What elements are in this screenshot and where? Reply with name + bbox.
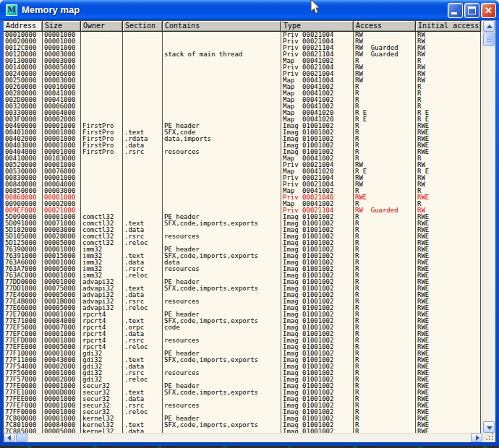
table-row[interactable]: 0040200000001000FirstPro.rdatadata,impor… — [4, 136, 482, 142]
table-row[interactable]: 77DD100000075000advapi32.textSFX,code,im… — [4, 285, 482, 292]
column-header-address[interactable]: Address — [4, 21, 43, 32]
resize-grip[interactable] — [482, 433, 495, 442]
column-header-section[interactable]: Section — [123, 21, 163, 32]
table-row[interactable]: 0084000000004000Priv 00021004RWRW — [4, 181, 482, 188]
table-row[interactable]: 77EF500000007000rpcrt4.orpccodeImag 0100… — [4, 324, 482, 331]
cell-address: 76391000 — [4, 253, 43, 259]
cell-size: 00001000 — [43, 331, 81, 337]
scroll-right-button[interactable] — [471, 433, 482, 442]
table-row[interactable]: 0041000000103000Map 00041002RR — [4, 155, 482, 162]
table-row[interactable]: 77F5600000001000gdi32.rsrcresourcesImag … — [4, 370, 482, 376]
table-row[interactable]: 0040300000001000FirstPro.dataImag 010010… — [4, 142, 482, 149]
table-row[interactable]: 7C80100000084000kernel32.textSFX,code,im… — [4, 422, 482, 428]
vertical-scroll-thumb[interactable] — [483, 33, 495, 46]
scroll-up-button[interactable] — [483, 20, 495, 32]
table-row[interactable]: 0014000000005000Priv 00021004RWRW — [4, 64, 482, 71]
table-row[interactable]: 0012D00000003000stack of main threadPriv… — [4, 51, 482, 58]
table-row[interactable]: 0040100000001000FirstPro.textSFX,codeIma… — [4, 129, 482, 136]
table-row[interactable]: 77F5700000002000gdi32.relocImag 01001002… — [4, 376, 482, 383]
table-row[interactable]: 5D10500000020000comctl32.rsrcresourcesIm… — [4, 233, 482, 240]
table-row[interactable]: 5D09100000071000comctl32.textSFX,code,im… — [4, 220, 482, 227]
cell-address: 00404000 — [4, 149, 43, 155]
table-row[interactable]: 77FEF00000001000secur32.rsrcresourcesIma… — [4, 402, 482, 409]
table-row[interactable]: 7639000000001000imm32PE headerImag 01001… — [4, 246, 482, 253]
column-header-access[interactable]: Access — [354, 21, 416, 32]
column-header-type[interactable]: Type — [281, 21, 354, 32]
table-row[interactable]: 0024000000006000Priv 00021004RWRW — [4, 71, 482, 77]
cell-contains: PE header — [163, 350, 281, 357]
cell-size: 00001000 — [43, 175, 81, 181]
cell-section: .data — [123, 363, 163, 370]
cell-contains: SFX,code,imports,exports — [163, 285, 281, 292]
table-row[interactable]: 77E7000000001000rpcrt4PE headerImag 0100… — [4, 311, 482, 318]
cell-contains: SFX,code,imports,exports — [163, 357, 281, 363]
table-row[interactable]: 77E4600000005000advapi32.dataImag 010010… — [4, 292, 482, 298]
table-row[interactable]: 0052000000001000Priv 00021004RWRW — [4, 162, 482, 168]
table-row[interactable]: 0040000000001000FirstProPE headerImag 01… — [4, 123, 482, 129]
table-row[interactable]: 0012C00000001000Priv 00021104RW GuardedR… — [4, 45, 482, 51]
table-row[interactable]: 77FE10000000D000secur32.textSFX,code,imp… — [4, 389, 482, 396]
table-row[interactable]: 0033000000004000Map 00041020R ER E — [4, 110, 482, 116]
cell-size: 00004000 — [43, 110, 81, 116]
table-row[interactable]: 0028000000041000Map 00041002RR — [4, 90, 482, 97]
table-row[interactable]: 77EFD00000001000rpcrt4.rsrcresourcesImag… — [4, 337, 482, 344]
table-row[interactable]: 763A600000001000imm32.datadataImag 01001… — [4, 259, 482, 266]
table-row[interactable]: 77E4B0000001B000advapi32.rsrcresourcesIm… — [4, 298, 482, 305]
maximize-icon — [468, 7, 476, 14]
column-header-initial_access[interactable]: Initial access — [416, 21, 481, 32]
cell-address: 77DD1000 — [4, 285, 43, 292]
table-row[interactable]: 77F1000000001000gdi32PE headerImag 01001… — [4, 350, 482, 357]
table-row[interactable]: 0001000000001000Priv 00021004RWRW — [4, 32, 482, 38]
maximize-button[interactable] — [464, 3, 479, 18]
table-row[interactable]: 77DD000000001000advapi32PE headerImag 01… — [4, 279, 482, 285]
table-row[interactable]: 0040400000001000FirstPro.rsrcresourcesIm… — [4, 149, 482, 155]
table-row[interactable]: 003F000000002000Map 00041020R ER E — [4, 116, 482, 123]
titlebar[interactable]: M Memory map ✕ — [0, 0, 499, 20]
cell-section — [123, 207, 163, 214]
cell-access: R — [354, 103, 416, 110]
table-row[interactable]: 0032000000006000Map 00041002RR — [4, 103, 482, 110]
cell-size: 00021000 — [43, 207, 81, 214]
table-row[interactable]: 77F5400000002000gdi32.dataImag 01001002R… — [4, 363, 482, 370]
table-row[interactable]: 7C80000000001000kernel32PE headerImag 01… — [4, 415, 482, 422]
table-row[interactable]: 009EF00000021000Priv 00021104RW GuardedR… — [4, 207, 482, 214]
table-row[interactable]: 7639100000015000imm32.textSFX,code,impor… — [4, 253, 482, 259]
table-row[interactable]: 0085000000003000Map 00041002RR — [4, 188, 482, 194]
table-row[interactable]: 002D000000041000Map 00041002RR — [4, 97, 482, 103]
table-row[interactable]: 0026000000016000Map 00041002RR — [4, 84, 482, 90]
table-row[interactable]: 5D10200000003000comctl32.dataImag 010010… — [4, 227, 482, 233]
table-row[interactable]: 77FEE00000001000secur32.dataImag 0100100… — [4, 396, 482, 402]
table-row[interactable]: 0025000000003000Map 00041004RWRW — [4, 77, 482, 84]
table-row[interactable]: 763AC00000001000imm32.relocImag 01001002… — [4, 272, 482, 279]
table-row[interactable]: 5D09000000001000comctl32PE headerImag 01… — [4, 214, 482, 220]
table-row[interactable]: 77F1100000043000gdi32.textSFX,code,impor… — [4, 357, 482, 363]
table-row[interactable]: 77FE000000001000secur32PE headerImag 010… — [4, 383, 482, 389]
horizontal-scroll-thumb[interactable] — [16, 433, 27, 442]
table-row[interactable]: 0053000000076000Map 00041020R ER E — [4, 168, 482, 175]
scroll-down-button[interactable] — [483, 421, 495, 433]
cell-type: Map 00041002 — [281, 155, 354, 162]
table-row[interactable]: 77E7100000084000rpcrt4.textSFX,code,impo… — [4, 318, 482, 324]
table-row[interactable]: 0002000000001000Priv 00021004RWRW — [4, 38, 482, 45]
table-row[interactable]: 77EFC00000001000rpcrt4.dataImag 01001002… — [4, 331, 482, 337]
column-header-contains[interactable]: Contains — [163, 21, 281, 32]
table-row[interactable]: 0013000000003000Map 00041002RR — [4, 58, 482, 64]
table-row[interactable]: 77FF000000001000secur32.relocImag 010010… — [4, 409, 482, 415]
table-row[interactable]: 77E6600000005000advapi32.relocImag 01001… — [4, 305, 482, 311]
cell-type: Priv 00021004 — [281, 71, 354, 77]
table-row[interactable]: 77EFE00000005000rpcrt4.relocImag 0100100… — [4, 344, 482, 350]
column-header-owner[interactable]: Owner — [81, 21, 123, 32]
vertical-scrollbar[interactable] — [482, 20, 495, 433]
minimize-button[interactable] — [448, 3, 463, 18]
table-row[interactable]: 0086000000001000Priv 00021040RWERWE — [4, 194, 482, 201]
close-button[interactable]: ✕ — [481, 3, 496, 18]
table-row[interactable]: 0090000000002000Map 00041002RR — [4, 201, 482, 207]
cell-address: 00860000 — [4, 194, 43, 201]
table-row[interactable]: 0083000000001000Priv 00021004RWRW — [4, 175, 482, 181]
column-header-size[interactable]: Size — [43, 21, 81, 32]
cell-address: 00010000 — [4, 32, 43, 38]
scroll-left-button[interactable] — [4, 433, 15, 442]
table-row[interactable]: 5D12500000005000comctl32.relocImag 01001… — [4, 240, 482, 246]
horizontal-scrollbar[interactable] — [4, 433, 482, 442]
table-row[interactable]: 763A700000005000imm32.rsrcresourcesImag … — [4, 266, 482, 272]
